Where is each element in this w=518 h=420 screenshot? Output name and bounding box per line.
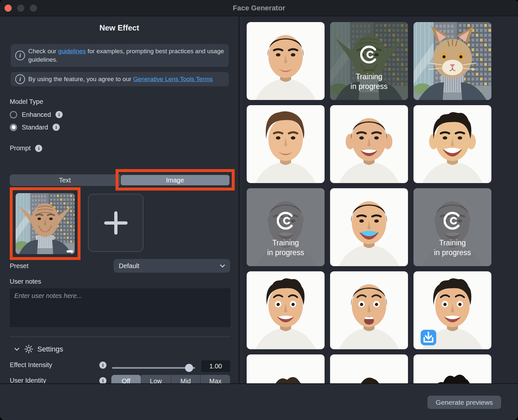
standard-label: Standard bbox=[22, 124, 48, 131]
svg-text:in progress: in progress bbox=[267, 248, 304, 257]
info-icon: i bbox=[15, 51, 25, 60]
preview-tile-2-training[interactable]: Training in progress bbox=[330, 22, 408, 100]
preview-tile-13[interactable] bbox=[247, 354, 325, 383]
divider bbox=[10, 337, 230, 337]
svg-text:in progress: in progress bbox=[351, 82, 388, 91]
svg-text:in progress: in progress bbox=[434, 248, 471, 257]
chevron-down-icon bbox=[220, 265, 225, 268]
main-content: New Effect i Check our guidelines for ex… bbox=[0, 16, 518, 383]
window-title: Face Generator bbox=[0, 0, 518, 16]
preview-grid: Training in progress Training in progres… bbox=[240, 16, 518, 383]
settings-label: Settings bbox=[37, 345, 63, 353]
download-icon bbox=[421, 299, 436, 349]
preset-select[interactable]: Default bbox=[114, 259, 230, 273]
preview-tile-11[interactable] bbox=[330, 271, 408, 349]
notice-text: By using the feature, you agree to our bbox=[28, 76, 133, 82]
model-type-enhanced-option[interactable]: Enhanced i bbox=[10, 110, 63, 119]
svg-text:Training: Training bbox=[272, 239, 299, 247]
user-identity-option-low[interactable]: Low bbox=[141, 375, 171, 383]
generate-previews-button[interactable]: Generate previews bbox=[427, 396, 501, 409]
preview-tile-9-training[interactable]: Training in progress bbox=[413, 188, 491, 266]
titlebar: Face Generator bbox=[0, 0, 518, 16]
preview-tile-15[interactable] bbox=[413, 354, 491, 383]
terms-notice: i By using the feature, you agree to our… bbox=[11, 72, 229, 86]
enhanced-label: Enhanced bbox=[22, 111, 51, 118]
preview-tile-4[interactable] bbox=[247, 105, 325, 183]
preview-tile-7-training[interactable]: Training in progress bbox=[247, 188, 325, 266]
footer-bar: Generate previews bbox=[0, 383, 518, 420]
tab-text[interactable]: Text bbox=[10, 174, 120, 186]
panel-title: New Effect bbox=[0, 23, 239, 32]
model-type-standard-option[interactable]: Standard i bbox=[10, 123, 60, 131]
effect-intensity-row: Effect Intensity i 1.00 bbox=[0, 359, 240, 372]
user-notes-input[interactable] bbox=[10, 288, 230, 327]
info-icon[interactable]: i bbox=[53, 124, 60, 131]
user-identity-option-mid[interactable]: Mid bbox=[171, 375, 201, 383]
preview-tile-1[interactable] bbox=[247, 22, 325, 100]
radio-unselected-icon[interactable] bbox=[10, 111, 17, 118]
download-button[interactable] bbox=[421, 330, 436, 345]
new-effect-panel: New Effect i Check our guidelines for ex… bbox=[0, 16, 240, 383]
user-identity-option-max[interactable]: Max bbox=[201, 375, 230, 383]
app-window: Face Generator New Effect i Check our gu… bbox=[0, 0, 518, 420]
effect-intensity-value[interactable]: 1.00 bbox=[201, 360, 230, 372]
plus-icon bbox=[104, 211, 128, 235]
svg-text:Training: Training bbox=[356, 72, 382, 81]
user-identity-option-off[interactable]: Off bbox=[111, 375, 141, 383]
terms-link[interactable]: Generative Lens Tools Terms bbox=[133, 76, 213, 82]
prompt-image-thumbnail[interactable] bbox=[16, 193, 75, 254]
thumbnail-badge bbox=[67, 250, 73, 253]
preview-tile-14[interactable] bbox=[330, 354, 408, 383]
add-image-button[interactable] bbox=[88, 194, 143, 252]
user-identity-label: User Identity bbox=[10, 377, 46, 383]
preview-tile-12[interactable] bbox=[413, 271, 491, 349]
prompt-row: Prompt i bbox=[10, 144, 42, 152]
effect-intensity-label: Effect Intensity bbox=[10, 361, 52, 369]
info-icon[interactable]: i bbox=[35, 145, 42, 152]
info-icon[interactable]: i bbox=[99, 377, 106, 383]
preview-tile-3[interactable] bbox=[413, 22, 491, 100]
preview-tile-6[interactable] bbox=[413, 105, 491, 183]
svg-text:Training: Training bbox=[439, 239, 466, 247]
notice-text: Check our bbox=[28, 48, 58, 55]
user-notes-label: User notes bbox=[10, 278, 41, 285]
preview-tile-8[interactable] bbox=[330, 188, 408, 266]
tab-image[interactable]: Image bbox=[120, 174, 230, 186]
prompt-tab-bar: Text Image bbox=[10, 174, 230, 186]
guidelines-notice: i Check our guidelines for examples, pro… bbox=[11, 44, 229, 67]
preset-label: Preset bbox=[10, 262, 29, 270]
user-identity-segmented-control: OffLowMidMax bbox=[111, 375, 230, 383]
settings-header[interactable]: Settings bbox=[14, 345, 63, 353]
preset-value: Default bbox=[119, 262, 139, 269]
chevron-down-icon bbox=[14, 346, 20, 352]
preview-tile-10[interactable] bbox=[247, 271, 325, 349]
info-icon[interactable]: i bbox=[56, 111, 63, 118]
model-type-label: Model Type bbox=[10, 98, 43, 105]
user-identity-row: User Identity i OffLowMidMax bbox=[0, 374, 240, 383]
prompt-label: Prompt bbox=[10, 144, 31, 152]
radio-selected-icon[interactable] bbox=[10, 124, 17, 131]
slider-knob[interactable] bbox=[185, 364, 193, 372]
info-icon: i bbox=[15, 74, 25, 84]
preview-tile-5[interactable] bbox=[330, 105, 408, 183]
guidelines-link[interactable]: guidelines bbox=[58, 48, 86, 55]
gear-icon bbox=[24, 345, 33, 353]
effect-intensity-slider[interactable] bbox=[112, 367, 195, 369]
info-icon[interactable]: i bbox=[99, 362, 106, 369]
